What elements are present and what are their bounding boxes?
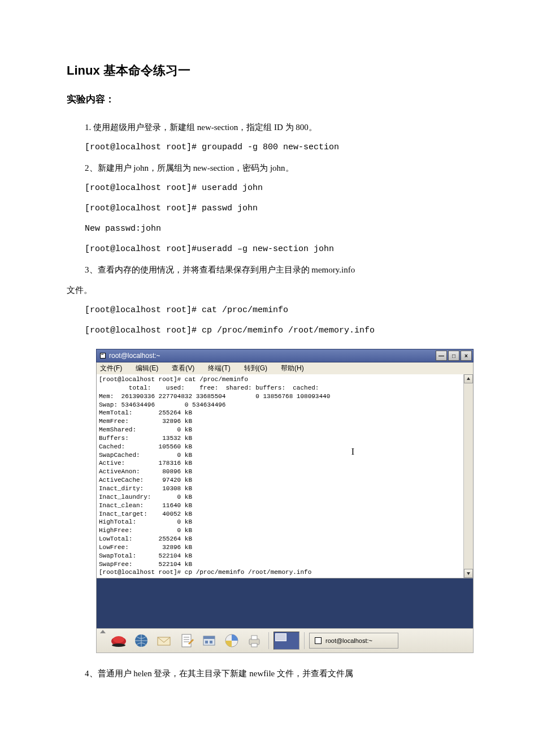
close-button[interactable]: × [461, 351, 472, 361]
svg-rect-18 [210, 641, 212, 643]
cmd-newpasswd: New passwd:john [67, 219, 467, 239]
system-settings-icon[interactable] [222, 631, 241, 650]
svg-rect-21 [251, 636, 257, 640]
cmd-passwd: [root@localhost root]# passwd john [67, 198, 467, 219]
workspace-switcher[interactable] [273, 632, 299, 650]
step-4-text: 4、普通用户 helen 登录，在其主目录下新建 newfile 文件，并查看文… [67, 663, 467, 684]
step-3-text-cont: 文件。 [67, 280, 467, 300]
cmd-useradd-g: [root@localhost root]#useradd –g new-sec… [67, 239, 467, 260]
minimize-button[interactable]: — [436, 351, 447, 361]
vertical-scrollbar[interactable] [463, 374, 473, 578]
menu-help[interactable]: 帮助(H) [281, 364, 304, 373]
svg-rect-2 [101, 354, 103, 355]
step-1-text: 1. 使用超级用户登录，新建组 new-section，指定组 ID 为 800… [67, 117, 467, 137]
svg-rect-24 [315, 638, 321, 643]
menu-bar: 文件(F) 编辑(E) 查看(V) 终端(T) 转到(G) 帮助(H) [96, 362, 474, 374]
cmd-cp-meminfo: [root@localhost root]# cp /proc/meminfo … [67, 321, 467, 341]
taskbar-panel: root@localhost:~ [96, 628, 474, 653]
web-browser-icon[interactable] [132, 631, 151, 650]
menu-file[interactable]: 文件(F) [100, 364, 122, 373]
panel-separator [268, 632, 269, 649]
scroll-up-button[interactable] [464, 374, 473, 383]
text-editor-icon[interactable] [177, 631, 196, 650]
step-2-text: 2、新建用户 john，所属组为 new-section，密码为 john。 [67, 158, 467, 178]
menu-terminal[interactable]: 终端(T) [208, 364, 230, 373]
section-heading: 实验内容： [67, 93, 467, 106]
menu-edit[interactable]: 编辑(E) [136, 364, 158, 373]
cmd-groupadd: [root@localhost root]# groupadd -g 800 n… [67, 137, 467, 158]
svg-point-7 [112, 643, 125, 647]
svg-rect-17 [205, 641, 208, 643]
taskbar-window-label: root@localhost:~ [325, 637, 372, 644]
svg-rect-10 [182, 634, 191, 647]
maximize-button[interactable]: □ [448, 351, 459, 361]
cmd-cat-meminfo: [root@localhost root]# cat /proc/meminfo [67, 300, 467, 321]
document-page: Linux 基本命令练习一 实验内容： 1. 使用超级用户登录，新建组 new-… [0, 0, 534, 718]
page-title: Linux 基本命令练习一 [67, 62, 467, 79]
menu-view[interactable]: 查看(V) [172, 364, 194, 373]
cmd-useradd: [root@localhost root]# useradd john [67, 178, 467, 198]
email-icon[interactable] [154, 631, 173, 650]
svg-marker-4 [467, 572, 470, 575]
svg-marker-3 [467, 377, 470, 380]
step-3-text: 3、查看内存的使用情况，并将查看结果保存到用户主目录的 memory.info [67, 260, 467, 280]
window-titlebar[interactable]: root@localhost:~ — □ × [96, 349, 474, 362]
terminal-body[interactable]: [root@localhost root]# cat /proc/meminfo… [96, 374, 474, 578]
text-cursor-icon: I [351, 447, 354, 457]
window-title: root@localhost:~ [109, 352, 435, 360]
terminal-screenshot: root@localhost:~ — □ × 文件(F) 编辑(E) 查看(V)… [96, 349, 474, 653]
window-app-icon [99, 352, 107, 360]
taskbar-window-button[interactable]: root@localhost:~ [309, 633, 398, 649]
svg-rect-16 [203, 636, 215, 639]
redhat-menu-icon[interactable] [109, 631, 128, 650]
printer-icon[interactable] [245, 631, 264, 650]
svg-rect-22 [251, 643, 257, 647]
file-manager-icon[interactable] [199, 631, 219, 650]
panel-arrow-icon [100, 630, 106, 633]
desktop-background [96, 578, 474, 628]
scroll-down-button[interactable] [464, 569, 473, 578]
menu-go[interactable]: 转到(G) [244, 364, 267, 373]
terminal-task-icon [314, 637, 322, 645]
terminal-output[interactable]: [root@localhost root]# cat /proc/meminfo… [97, 374, 463, 578]
svg-point-6 [113, 636, 124, 643]
panel-separator-2 [304, 632, 305, 649]
